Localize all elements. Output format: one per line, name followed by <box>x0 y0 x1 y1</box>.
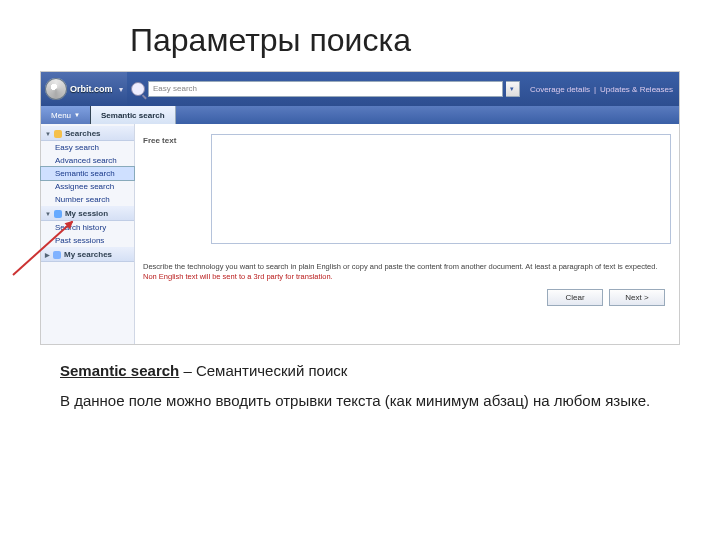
sidebar-item-semantic[interactable]: Semantic search <box>41 167 134 180</box>
sidebar-head-label: Searches <box>65 129 101 138</box>
menu-label: Menu <box>51 111 71 120</box>
top-search-wrap: Easy search ▾ <box>127 81 524 97</box>
sep: | <box>594 85 596 94</box>
session-icon <box>54 210 62 218</box>
hint-describe: Describe the technology you want to sear… <box>143 262 671 271</box>
screenshot-container: Orbit.com ▾ Easy search ▾ Coverage detai… <box>40 71 680 345</box>
search-icon <box>131 82 145 96</box>
sidebar-item-history[interactable]: Search history <box>41 221 134 234</box>
brand-logo[interactable]: Orbit.com ▾ <box>41 72 127 106</box>
caption-description: В данное поле можно вводить отрывки текс… <box>60 391 660 411</box>
sidebar-item-number[interactable]: Number search <box>41 193 134 206</box>
sidebar-head-searches[interactable]: ▼ Searches <box>41 126 134 141</box>
triangle-down-icon: ▼ <box>45 131 51 137</box>
chevron-down-icon: ▼ <box>74 112 80 118</box>
next-button[interactable]: Next > <box>609 289 665 306</box>
slide-title: Параметры поиска <box>0 0 720 71</box>
caption-block: Semantic search – Семантический поиск В … <box>60 361 660 412</box>
button-row: Clear Next > <box>143 289 671 306</box>
top-search-input[interactable]: Easy search <box>148 81 503 97</box>
caption-translation: Семантический поиск <box>196 362 347 379</box>
updates-link[interactable]: Updates & Releases <box>600 85 673 94</box>
orbit-icon <box>45 78 67 100</box>
tab-row: Menu ▼ Semantic search <box>41 106 679 124</box>
free-text-row: Free text <box>143 134 671 244</box>
topbar: Orbit.com ▾ Easy search ▾ Coverage detai… <box>41 72 679 106</box>
triangle-down-icon: ▼ <box>45 211 51 217</box>
brand-name: Orbit.com <box>70 84 113 94</box>
triangle-right-icon: ▶ <box>45 251 50 258</box>
sidebar-item-easy[interactable]: Easy search <box>41 141 134 154</box>
caption-term: Semantic search <box>60 362 179 379</box>
star-icon <box>53 251 61 259</box>
search-go-button[interactable]: ▾ <box>506 81 520 97</box>
sidebar-head-session[interactable]: ▼ My session <box>41 206 134 221</box>
caption-dash: – <box>183 362 196 379</box>
sidebar: ▼ Searches Easy search Advanced search S… <box>41 124 135 344</box>
sidebar-head-mysearches[interactable]: ▶ My searches <box>41 247 134 262</box>
clear-button[interactable]: Clear <box>547 289 603 306</box>
active-tab[interactable]: Semantic search <box>91 106 176 124</box>
chevron-down-icon[interactable]: ▾ <box>116 85 126 94</box>
hint-nonenglish: Non English text will be sent to a 3rd p… <box>143 272 671 281</box>
folder-icon <box>54 130 62 138</box>
sidebar-item-advanced[interactable]: Advanced search <box>41 154 134 167</box>
sidebar-item-assignee[interactable]: Assignee search <box>41 180 134 193</box>
free-text-input[interactable] <box>211 134 671 244</box>
main-panel: Free text Describe the technology you wa… <box>135 124 679 344</box>
free-text-label: Free text <box>143 134 203 145</box>
sidebar-head-label: My session <box>65 209 108 218</box>
coverage-link[interactable]: Coverage details <box>530 85 590 94</box>
menu-tab[interactable]: Menu ▼ <box>41 106 91 124</box>
top-right-links: Coverage details | Updates & Releases <box>524 85 679 94</box>
sidebar-head-label: My searches <box>64 250 112 259</box>
